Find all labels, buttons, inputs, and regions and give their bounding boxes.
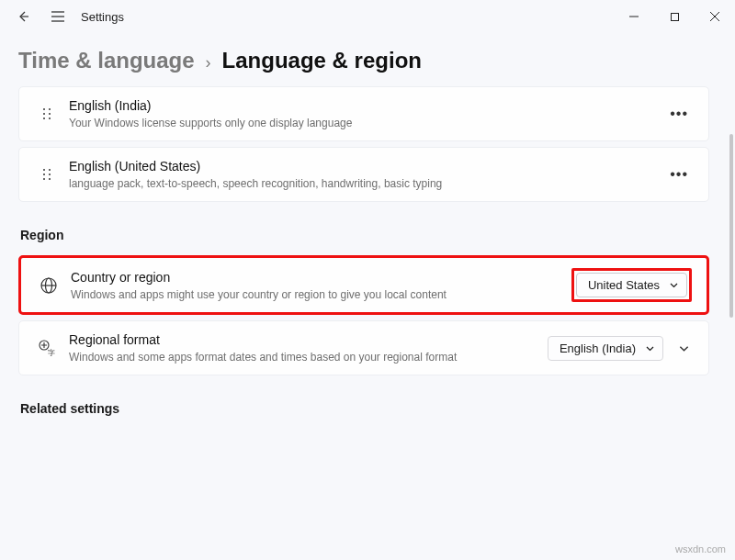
language-title: English (India) xyxy=(69,97,664,115)
globe-icon xyxy=(36,276,62,295)
minimize-button[interactable] xyxy=(614,0,654,33)
chevron-down-icon xyxy=(678,342,690,354)
svg-rect-4 xyxy=(671,13,678,20)
setting-title: Country or region xyxy=(71,269,571,286)
scrollbar-thumb[interactable] xyxy=(729,134,733,318)
more-horizontal-icon: ••• xyxy=(670,106,688,121)
translate-icon: 字 xyxy=(34,339,60,357)
breadcrumb-current: Language & region xyxy=(222,48,422,73)
svg-text:字: 字 xyxy=(48,349,55,357)
dropdown-value: United States xyxy=(588,278,660,292)
maximize-button[interactable] xyxy=(654,0,695,33)
svg-point-18 xyxy=(49,178,51,180)
more-options-button[interactable]: ••• xyxy=(664,162,694,186)
svg-point-9 xyxy=(43,113,45,115)
language-item[interactable]: English (United States) language pack, t… xyxy=(18,147,709,202)
more-horizontal-icon: ••• xyxy=(670,166,688,182)
scrollbar[interactable] xyxy=(729,51,733,551)
svg-point-16 xyxy=(49,174,51,175)
svg-point-7 xyxy=(43,108,45,110)
country-region-setting[interactable]: Country or region Windows and apps might… xyxy=(18,255,709,315)
svg-point-11 xyxy=(43,118,45,119)
titlebar: Settings xyxy=(0,0,735,33)
language-item[interactable]: English (India) Your Windows license sup… xyxy=(18,86,709,141)
setting-title: Regional format xyxy=(69,331,548,349)
close-icon xyxy=(709,11,720,22)
dropdown-value: English (India) xyxy=(560,342,636,355)
expand-button[interactable] xyxy=(674,339,694,358)
language-list: English (India) Your Windows license sup… xyxy=(18,86,709,202)
breadcrumb-parent[interactable]: Time & language xyxy=(18,48,195,73)
svg-point-13 xyxy=(43,169,45,171)
content-area: Time & language › Language & region Engl… xyxy=(0,33,728,560)
language-subtitle: Your Windows license supports only one d… xyxy=(69,116,664,130)
svg-point-14 xyxy=(49,169,51,171)
language-subtitle: language pack, text-to-speech, speech re… xyxy=(69,176,664,191)
close-button[interactable] xyxy=(695,0,735,33)
more-options-button[interactable]: ••• xyxy=(664,102,694,126)
chevron-right-icon: › xyxy=(206,53,211,73)
minimize-icon xyxy=(628,11,639,22)
chevron-down-icon xyxy=(669,280,679,290)
chevron-down-icon xyxy=(645,343,655,353)
app-title: Settings xyxy=(81,10,124,24)
hamburger-icon xyxy=(51,10,65,23)
setting-subtitle: Windows and some apps format dates and t… xyxy=(69,350,548,364)
drag-handle-icon[interactable] xyxy=(34,167,60,182)
highlight-box: United States xyxy=(571,268,692,302)
svg-point-8 xyxy=(49,108,51,110)
arrow-left-icon xyxy=(16,9,30,24)
maximize-icon xyxy=(670,12,680,22)
svg-point-12 xyxy=(49,118,51,119)
country-dropdown[interactable]: United States xyxy=(576,273,687,297)
breadcrumb: Time & language › Language & region xyxy=(18,48,709,73)
window-controls xyxy=(614,0,735,33)
svg-point-10 xyxy=(49,113,51,115)
svg-point-17 xyxy=(43,178,45,180)
back-button[interactable] xyxy=(6,0,40,33)
setting-subtitle: Windows and apps might use your country … xyxy=(71,287,571,302)
regional-format-dropdown[interactable]: English (India) xyxy=(548,336,663,361)
menu-button[interactable] xyxy=(40,0,75,33)
region-section-header: Region xyxy=(20,228,709,242)
regional-format-setting[interactable]: 字 Regional format Windows and some apps … xyxy=(18,320,709,375)
watermark: wsxdn.com xyxy=(675,543,726,554)
language-title: English (United States) xyxy=(69,158,664,175)
svg-point-15 xyxy=(43,174,45,175)
related-settings-header: Related settings xyxy=(20,401,709,416)
drag-handle-icon[interactable] xyxy=(34,106,60,121)
